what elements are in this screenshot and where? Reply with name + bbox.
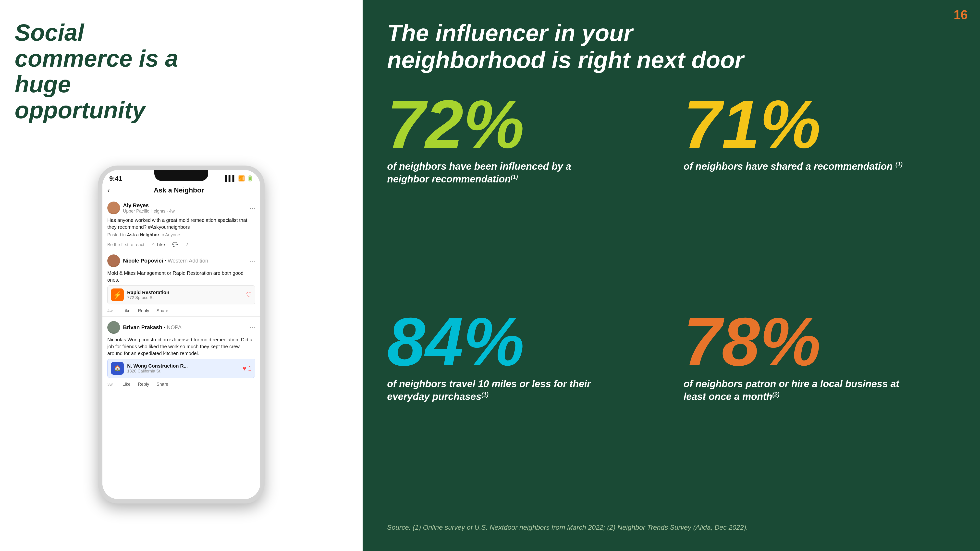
avatar-aly bbox=[107, 202, 120, 214]
nwong-logo: 🏠 bbox=[111, 362, 124, 375]
post-time-brivan: 3w bbox=[107, 382, 113, 387]
nav-bar: ‹ Ask a Neighbor bbox=[102, 184, 260, 197]
feed[interactable]: Aly Reyes Upper Pacific Heights · 4w ···… bbox=[102, 197, 260, 499]
post-body-aly: Has anyone worked with a great mold reme… bbox=[107, 217, 255, 230]
more-icon-brivan[interactable]: ··· bbox=[250, 324, 255, 331]
stat-number-84: 84% bbox=[387, 311, 659, 373]
share-btn-aly[interactable]: ↗ bbox=[185, 242, 189, 247]
like-btn-nicole[interactable]: Like bbox=[123, 308, 130, 313]
reply-btn-brivan[interactable]: Reply bbox=[138, 382, 149, 387]
heart-icon-nwong[interactable]: ♥ 1 bbox=[243, 365, 251, 372]
biz-name-rapid: Rapid Restoration bbox=[127, 290, 169, 295]
post-location-aly: Upper Pacific Heights · 4w bbox=[123, 209, 250, 214]
stat-item-72: 72% of neighbors have been influenced by… bbox=[387, 93, 659, 296]
right-title: The influencer in your neighborhood is r… bbox=[387, 20, 828, 74]
right-title-line2: neighborhood is right next door bbox=[387, 47, 744, 73]
stat-number-71: 71% bbox=[684, 93, 956, 155]
left-panel: Social commerce is a huge opportunity 9:… bbox=[0, 0, 363, 551]
nav-title: Ask a Neighbor bbox=[115, 186, 243, 194]
stat-desc-78: of neighbors patron or hire a local busi… bbox=[684, 377, 904, 403]
like-btn-aly[interactable]: ♡ Like bbox=[152, 242, 165, 247]
post-meta-aly: Aly Reyes Upper Pacific Heights · 4w bbox=[123, 202, 250, 214]
post-card-nicole: Nicole Popovici · Western Addition ··· M… bbox=[102, 250, 260, 317]
status-time: 9:41 bbox=[109, 175, 122, 183]
biz-address-nwong: 1320 California St. bbox=[127, 369, 188, 374]
rapid-restoration-logo: ⚡ bbox=[111, 289, 124, 301]
business-card-rapid[interactable]: ⚡ Rapid Restoration 772 Spruce St. ♡ bbox=[107, 285, 255, 304]
post-body-brivan: Nicholas Wong construction is licensed f… bbox=[107, 336, 255, 357]
biz-name-nwong: N. Wong Construction R... bbox=[127, 363, 188, 369]
post-body-nicole: Mold & Mites Management or Rapid Restora… bbox=[107, 270, 255, 283]
more-icon-aly[interactable]: ··· bbox=[250, 204, 255, 212]
biz-info-rapid: Rapid Restoration 772 Spruce St. bbox=[127, 290, 169, 300]
right-title-line1: The influencer in your bbox=[387, 20, 633, 46]
reply-btn-nicole[interactable]: Reply bbox=[138, 308, 149, 313]
like-btn-brivan[interactable]: Like bbox=[123, 382, 130, 387]
stat-desc-84: of neighbors travel 10 miles or less for… bbox=[387, 377, 608, 403]
stat-item-84: 84% of neighbors travel 10 miles or less… bbox=[387, 311, 659, 514]
stat-number-72: 72% bbox=[387, 93, 659, 155]
stat-number-78: 78% bbox=[684, 311, 956, 373]
stats-grid: 72% of neighbors have been influenced by… bbox=[387, 93, 956, 514]
avatar-nicole bbox=[107, 254, 120, 267]
biz-info-nwong: N. Wong Construction R... 1320 Californi… bbox=[127, 363, 188, 374]
left-title-line2: huge opportunity bbox=[15, 71, 145, 123]
post-reactions-aly: Be the first to react ♡ Like 💬 ↗ bbox=[107, 240, 255, 250]
stat-desc-72: of neighbors have been influenced by a n… bbox=[387, 160, 608, 186]
phone-screen: 9:41 ▌▌▌ 📶 🔋 ‹ Ask a Neighbor bbox=[102, 170, 260, 499]
post-header-aly: Aly Reyes Upper Pacific Heights · 4w ··· bbox=[107, 202, 255, 214]
more-icon-nicole[interactable]: ··· bbox=[250, 257, 255, 265]
post-author-nicole: Nicole Popovici · Western Addition bbox=[123, 257, 250, 264]
share-btn-nicole[interactable]: Share bbox=[157, 308, 168, 313]
avatar-brivan bbox=[107, 321, 120, 334]
left-title-line1: Social commerce is a bbox=[15, 19, 178, 71]
business-card-nwong[interactable]: 🏠 N. Wong Construction R... 1320 Califor… bbox=[107, 359, 255, 378]
post-actions-brivan: 3w Like Reply Share bbox=[107, 380, 255, 390]
biz-address-rapid: 772 Spruce St. bbox=[127, 295, 169, 300]
share-btn-brivan[interactable]: Share bbox=[157, 382, 168, 387]
phone-wrapper: 9:41 ▌▌▌ 📶 🔋 ‹ Ask a Neighbor bbox=[15, 138, 348, 531]
comment-btn-aly[interactable]: 💬 bbox=[172, 242, 178, 247]
stat-item-78: 78% of neighbors patron or hire a local … bbox=[684, 311, 956, 514]
post-meta-brivan: Brivan Prakash · NOPA bbox=[123, 324, 250, 330]
post-header-brivan: Brivan Prakash · NOPA ··· bbox=[107, 321, 255, 334]
post-sub-aly: Posted in Ask a Neighbor to Anyone bbox=[107, 232, 255, 238]
back-arrow-icon[interactable]: ‹ bbox=[107, 186, 110, 194]
post-actions-nicole: 4w Like Reply Share bbox=[107, 306, 255, 316]
phone-inner: 9:41 ▌▌▌ 📶 🔋 ‹ Ask a Neighbor bbox=[102, 170, 260, 499]
post-author-brivan: Brivan Prakash · NOPA bbox=[123, 324, 250, 330]
phone-notch bbox=[154, 170, 208, 181]
status-icons: ▌▌▌ 📶 🔋 bbox=[225, 175, 253, 182]
post-header-nicole: Nicole Popovici · Western Addition ··· bbox=[107, 254, 255, 267]
right-panel: 16 The influencer in your neighborhood i… bbox=[363, 0, 980, 551]
stat-desc-71: of neighbors have shared a recommendatio… bbox=[684, 160, 904, 173]
post-time-nicole: 4w bbox=[107, 308, 113, 313]
source-text: Source: (1) Online survey of U.S. Nextdo… bbox=[387, 524, 956, 531]
be-first-react: Be the first to react bbox=[107, 242, 144, 247]
post-meta-nicole: Nicole Popovici · Western Addition bbox=[123, 257, 250, 264]
phone-outer: 9:41 ▌▌▌ 📶 🔋 ‹ Ask a Neighbor bbox=[98, 165, 265, 503]
post-card-brivan: Brivan Prakash · NOPA ··· Nicholas Wong … bbox=[102, 317, 260, 390]
page-number: 16 bbox=[953, 7, 968, 22]
post-author-aly: Aly Reyes bbox=[123, 202, 250, 209]
left-title: Social commerce is a huge opportunity bbox=[15, 20, 206, 123]
stat-item-71: 71% of neighbors have shared a recommend… bbox=[684, 93, 956, 296]
post-card-aly: Aly Reyes Upper Pacific Heights · 4w ···… bbox=[102, 197, 260, 250]
heart-icon-rapid[interactable]: ♡ bbox=[246, 291, 251, 299]
